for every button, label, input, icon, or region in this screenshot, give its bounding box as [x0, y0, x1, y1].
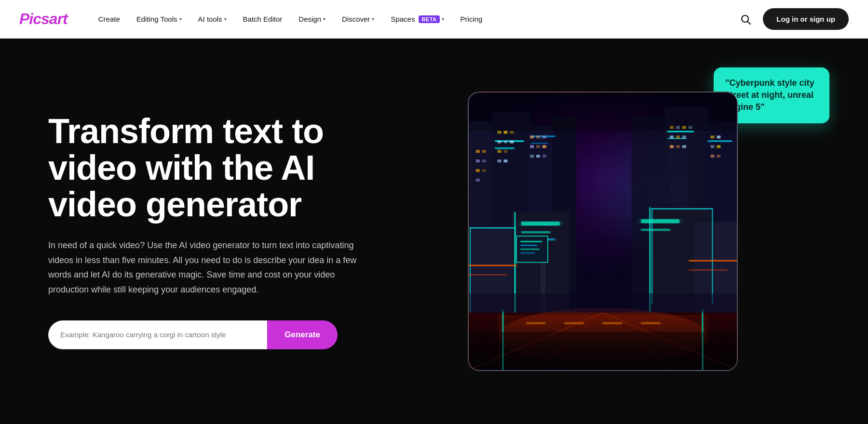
nav-label-create: Create: [98, 15, 120, 23]
chevron-down-icon: ▾: [179, 16, 182, 22]
navbar: Picsart Create Editing Tools ▾ AI tools …: [0, 0, 868, 39]
hero-image-frame: [468, 92, 738, 371]
prompt-input[interactable]: [48, 320, 267, 349]
search-icon: [740, 13, 751, 25]
nav-label-design: Design: [298, 15, 321, 23]
nav-label-discover: Discover: [342, 15, 370, 23]
hero-description: In need of a quick video? Use the AI vid…: [48, 238, 366, 297]
chevron-down-icon: ▾: [224, 16, 227, 22]
login-button[interactable]: Log in or sign up: [763, 8, 849, 30]
nav-item-batch-editor[interactable]: Batch Editor: [236, 11, 289, 27]
nav-right: Log in or sign up: [736, 8, 849, 30]
cyberpunk-city-illustration: [469, 93, 737, 370]
nav-item-spaces[interactable]: Spaces BETA ▾: [384, 11, 450, 27]
speech-bubble-text: "Cyberpunk style city street at night, u…: [725, 78, 814, 112]
logo[interactable]: Picsart: [19, 10, 68, 28]
hero-section: Transform text to video with the AI vide…: [0, 39, 868, 424]
chevron-down-icon: ▾: [323, 16, 326, 22]
nav-item-ai-tools[interactable]: AI tools ▾: [191, 11, 233, 27]
svg-point-0: [742, 15, 748, 22]
beta-badge: BETA: [419, 15, 439, 23]
hero-title: Transform text to video with the AI vide…: [48, 113, 386, 223]
nav-item-discover[interactable]: Discover ▾: [335, 11, 381, 27]
svg-line-1: [748, 22, 750, 24]
nav-item-design[interactable]: Design ▾: [292, 11, 332, 27]
chevron-down-icon: ▾: [442, 16, 444, 22]
nav-label-ai-tools: AI tools: [198, 15, 222, 23]
nav-label-pricing: Pricing: [461, 15, 483, 23]
nav-item-create[interactable]: Create: [92, 11, 127, 27]
generate-button[interactable]: Generate: [267, 320, 338, 349]
hero-right: "Cyberpunk style city street at night, u…: [386, 39, 820, 424]
nav-item-pricing[interactable]: Pricing: [454, 11, 489, 27]
nav-label-spaces: Spaces: [391, 15, 415, 23]
hero-input-row: Generate: [48, 320, 338, 349]
nav-links: Create Editing Tools ▾ AI tools ▾ Batch …: [92, 11, 736, 27]
hero-left: Transform text to video with the AI vide…: [48, 113, 386, 349]
nav-label-batch-editor: Batch Editor: [243, 15, 283, 23]
svg-rect-111: [469, 93, 737, 370]
nav-item-editing-tools[interactable]: Editing Tools ▾: [130, 11, 189, 27]
search-button[interactable]: [736, 10, 755, 29]
nav-label-editing-tools: Editing Tools: [136, 15, 177, 23]
chevron-down-icon: ▾: [372, 16, 374, 22]
